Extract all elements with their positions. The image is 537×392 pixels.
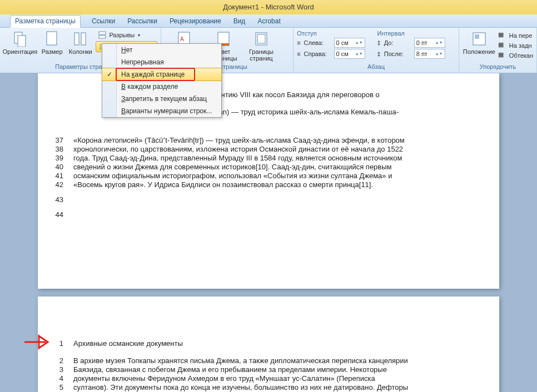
tab-view[interactable]: Вид [232,16,247,27]
indent-left-input[interactable]: 0 см▲▼ [334,38,365,48]
svg-rect-5 [99,32,106,34]
text-wrap-button[interactable]: ▦Обтекан [498,51,533,60]
send-back-icon: ▦ [498,41,507,50]
text-wrap-icon: ▦ [498,51,507,60]
body-text: документы включены Феридуном Ахмедом в е… [73,374,483,383]
annotation-arrow [23,334,54,351]
body-text: хронологически, по царствованиям, изложе… [73,145,483,153]
size-icon [43,30,61,48]
space-after-input[interactable]: 8 пт▲▼ [414,49,445,59]
indent-right-icon: ≡ [297,51,300,57]
bring-front-button[interactable]: ▦На пере [498,31,533,40]
spacing-heading: Интервал [377,30,445,37]
line-number: 39 [54,154,73,162]
page-2: 1Архивные османские документы 2В архиве … [38,296,499,392]
line-number: 38 [54,145,73,153]
orientation-button[interactable]: Ориентация [3,29,37,56]
line-number: 41 [54,172,73,180]
document-area[interactable]: к папе Иннокентию VIII как посол Баязида… [0,73,537,392]
space-before-label: До: [384,39,411,46]
breaks-button[interactable]: Разрывы▾ [96,30,157,40]
body-text: султанов). Эти документы пока до конца н… [73,383,483,391]
tab-mailings[interactable]: Рассылки [126,16,158,27]
line-number: 44 [54,210,73,219]
svg-rect-6 [99,36,106,38]
size-button[interactable]: Размер [39,29,65,56]
line-number: 43 [54,195,73,204]
body-text: «Восемь кругов рая». У Идриса Бидлиси он… [73,180,483,189]
space-after-icon: ‡ [377,51,381,57]
orientation-icon [11,30,29,48]
columns-icon [72,30,90,48]
line-number: 4 [54,374,73,383]
svg-rect-3 [74,33,79,45]
group-arrange-label: Упорядочить [463,63,533,72]
breaks-icon [98,31,107,39]
line-number: 2 [54,356,73,365]
indent-left-icon: ≡ [297,39,300,46]
menu-none[interactable]: Нет [102,44,221,56]
indent-right-label: Справа: [304,51,331,57]
svg-rect-18 [475,34,479,39]
body-text: Архивные османские документы [73,339,483,348]
body-text: Баязида, связанная с побегом Джема и его… [73,365,483,374]
line-numbers-menu: Нет Непрерывная На каждой странице В каж… [102,43,222,118]
svg-text:A: A [180,36,184,42]
line-number: 1 [54,339,73,348]
menu-each-page[interactable]: На каждой странице [102,68,222,81]
send-back-button[interactable]: ▦На задн [498,41,533,50]
tab-references[interactable]: Ссылки [91,16,116,27]
space-before-icon: ‡ [377,39,381,46]
window-title: Документ1 - Microsoft Word [0,0,537,14]
line-number: 42 [54,180,73,189]
indent-heading: Отступ [297,30,365,37]
page-borders-button[interactable]: Границы страниц [243,29,279,63]
space-after-label: После: [384,51,411,57]
body-text: сведений о жизни Джема для современных и… [73,163,483,171]
line-number: 3 [54,365,73,374]
line-number: 40 [54,163,73,171]
indent-left-label: Слева: [304,39,331,46]
bring-front-icon: ▦ [498,31,507,40]
menu-continuous[interactable]: Непрерывная [102,56,221,68]
ribbon-tabs: Разметка страницы Ссылки Рассылки Реценз… [0,14,537,28]
position-icon [470,30,488,48]
borders-icon [252,30,270,48]
body-text: «Корона летописей» (Tâcüʼt-Tevârih[tr]) … [73,136,483,144]
space-before-input[interactable]: 0 пт▲▼ [414,38,445,48]
tab-review[interactable]: Рецензирование [168,16,222,27]
body-text: османским официальным историографом, исп… [73,172,483,180]
ribbon: Ориентация Размер Колонки Разрывы▾ 12 Но… [0,28,537,73]
svg-rect-1 [18,36,26,47]
menu-options[interactable]: Варианты нумерации строк... [102,105,221,117]
svg-rect-2 [47,32,57,45]
group-paragraph-label: Абзац [297,63,455,72]
indent-right-input[interactable]: 0 см▲▼ [334,49,365,59]
body-text: года. Труд Саад-эд-Дина, представленный … [73,154,483,162]
menu-each-section[interactable]: В каждом разделе [102,81,221,93]
tab-acrobat[interactable]: Acrobat [256,16,281,27]
svg-rect-4 [81,33,86,45]
line-number: 37 [54,136,73,144]
line-number: 5 [54,383,73,391]
tab-page-layout[interactable]: Разметка страницы [10,15,81,28]
body-text: В архиве музея Топкапы хранятся письма Д… [73,356,483,365]
menu-suppress[interactable]: Запретить в текущем абзац [102,93,221,105]
columns-button[interactable]: Колонки [67,29,93,56]
position-button[interactable]: Положение [463,29,496,56]
